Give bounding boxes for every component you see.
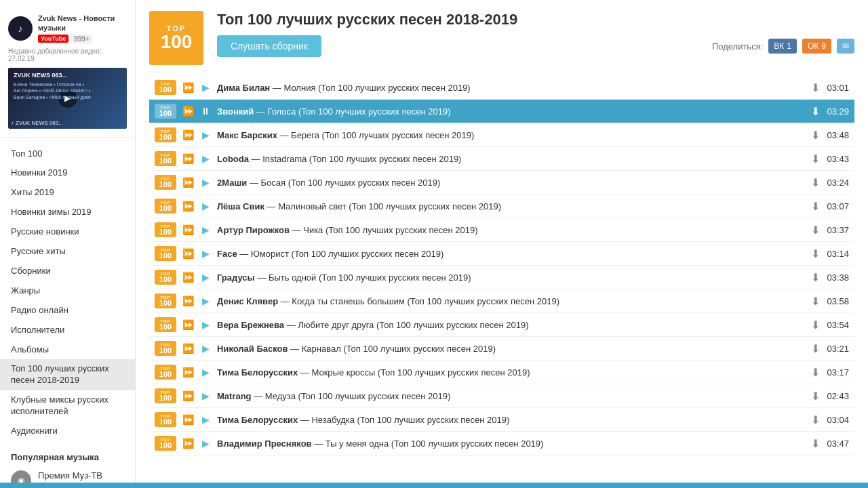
track-skip-icon[interactable]: ⏩ bbox=[182, 152, 194, 165]
track-skip-icon[interactable]: ⏩ bbox=[182, 413, 194, 426]
track-skip-icon[interactable]: ⏩ bbox=[182, 81, 194, 94]
track-skip-icon[interactable]: ⏩ bbox=[182, 176, 194, 188]
track-skip-icon[interactable]: ⏩ bbox=[182, 105, 194, 117]
download-icon[interactable]: ⬇ bbox=[811, 152, 820, 165]
track-play-icon[interactable]: ▶ bbox=[199, 152, 212, 165]
track-skip-icon[interactable]: ⏩ bbox=[182, 366, 194, 378]
track-skip-icon[interactable]: ⏩ bbox=[182, 224, 194, 236]
track-play-icon[interactable]: ▶ bbox=[199, 129, 212, 141]
track-play-icon[interactable]: ▶ bbox=[199, 342, 212, 354]
sidebar-item-albums[interactable]: Альбомы bbox=[0, 340, 135, 360]
track-play-icon[interactable]: ▶ bbox=[199, 319, 212, 331]
track-skip-icon[interactable]: ⏩ bbox=[182, 129, 194, 141]
track-play-icon[interactable]: ▶ bbox=[199, 366, 212, 378]
track-row[interactable]: TOP 100 ⏩ ⏸ Звонкий — Голоса (Топ 100 лу… bbox=[149, 100, 854, 123]
track-row[interactable]: TOP 100 ⏩ ▶ Дима Билан — Молния (Топ 100… bbox=[149, 76, 854, 100]
download-icon[interactable]: ⬇ bbox=[811, 295, 820, 308]
track-play-icon[interactable]: ▶ bbox=[199, 176, 212, 188]
track-row[interactable]: TOP 100 ⏩ ▶ Face — Юморист (Топ 100 лучш… bbox=[149, 242, 854, 266]
sidebar-item-artists[interactable]: Исполнители bbox=[0, 321, 135, 340]
download-icon[interactable]: ⬇ bbox=[811, 224, 820, 237]
download-icon[interactable]: ⬇ bbox=[811, 390, 820, 403]
track-row[interactable]: TOP 100 ⏩ ▶ 2Маши — Босая (Топ 100 лучши… bbox=[149, 171, 854, 195]
subscriber-count: 999+ bbox=[71, 35, 92, 43]
track-title: Вера Брежнева — Любите друг друга (Топ 1… bbox=[217, 320, 806, 330]
track-row[interactable]: TOP 100 ⏩ ▶ Лёша Свик — Малиновый свет (… bbox=[149, 195, 854, 218]
track-play-icon[interactable]: ▶ bbox=[199, 224, 212, 236]
download-icon[interactable]: ⬇ bbox=[811, 129, 820, 142]
track-duration: 03:48 bbox=[825, 130, 849, 140]
download-icon[interactable]: ⬇ bbox=[811, 271, 820, 284]
download-icon[interactable]: ⬇ bbox=[811, 366, 820, 379]
download-icon[interactable]: ⬇ bbox=[811, 81, 820, 94]
sidebar-item-top100[interactable]: Топ 100 bbox=[0, 144, 135, 164]
track-skip-icon[interactable]: ⏩ bbox=[182, 271, 194, 283]
track-title: Звонкий — Голоса (Топ 100 лучших русских… bbox=[217, 106, 806, 117]
track-skip-icon[interactable]: ⏩ bbox=[182, 200, 194, 212]
video-thumbnail[interactable]: ZVUK NEWS 063... Елена Темникова • Голос… bbox=[8, 68, 127, 129]
track-play-icon[interactable]: ▶ bbox=[199, 247, 212, 260]
track-duration: 03:58 bbox=[825, 296, 849, 306]
track-row[interactable]: TOP 100 ⏩ ▶ Артур Пирожков — Чика (Топ 1… bbox=[149, 218, 854, 242]
track-row[interactable]: TOP 100 ⏩ ▶ Денис Клявер — Когда ты стан… bbox=[149, 289, 854, 313]
track-badge: TOP 100 bbox=[155, 199, 176, 214]
download-icon[interactable]: ⬇ bbox=[811, 437, 820, 450]
track-row[interactable]: TOP 100 ⏩ ▶ Тима Белорусских — Мокрые кр… bbox=[149, 361, 854, 384]
page-title: Топ 100 лучших русских песен 2018-2019 bbox=[217, 11, 854, 28]
track-duration: 03:38 bbox=[825, 272, 849, 283]
track-title: Тима Белорусских — Мокрые кроссы (Топ 10… bbox=[217, 367, 806, 378]
track-row[interactable]: TOP 100 ⏩ ▶ Владимир Пресняков — Ты у ме… bbox=[149, 432, 854, 455]
track-skip-icon[interactable]: ⏩ bbox=[182, 437, 194, 449]
share-email-button[interactable]: ✉ bbox=[837, 39, 854, 54]
sidebar-item-russian-new[interactable]: Русские новинки bbox=[0, 222, 135, 242]
sidebar-item-hits2019[interactable]: Хиты 2019 bbox=[0, 183, 135, 203]
download-icon[interactable]: ⬇ bbox=[811, 200, 820, 213]
track-row[interactable]: TOP 100 ⏩ ▶ Николай Басков — Карнавал (Т… bbox=[149, 337, 854, 361]
download-icon[interactable]: ⬇ bbox=[811, 342, 820, 355]
track-play-icon[interactable]: ▶ bbox=[199, 200, 212, 212]
sidebar-item-new2019[interactable]: Новинки 2019 bbox=[0, 163, 135, 183]
track-skip-icon[interactable]: ⏩ bbox=[182, 295, 194, 307]
track-play-icon[interactable]: ▶ bbox=[199, 295, 212, 307]
track-row[interactable]: TOP 100 ⏩ ▶ Loboda — Instadrama (Топ 100… bbox=[149, 147, 854, 171]
track-skip-icon[interactable]: ⏩ bbox=[182, 342, 194, 354]
track-badge: TOP 100 bbox=[155, 104, 176, 119]
sidebar-item-russian-hits[interactable]: Русские хиты bbox=[0, 242, 135, 262]
sidebar-item-winter2019[interactable]: Новинки зимы 2019 bbox=[0, 203, 135, 222]
track-play-icon[interactable]: ▶ bbox=[199, 81, 212, 94]
download-icon[interactable]: ⬇ bbox=[811, 413, 820, 426]
sidebar-item-compilations[interactable]: Сборники bbox=[0, 262, 135, 281]
sidebar-item-audiobooks[interactable]: Аудиокниги bbox=[0, 422, 135, 441]
download-icon[interactable]: ⬇ bbox=[811, 176, 820, 189]
track-play-icon[interactable]: ⏸ bbox=[199, 105, 212, 117]
channel-avatar: ♪ bbox=[8, 16, 33, 41]
track-play-icon[interactable]: ▶ bbox=[199, 271, 212, 283]
track-row[interactable]: TOP 100 ⏩ ▶ Вера Брежнева — Любите друг … bbox=[149, 313, 854, 337]
track-row[interactable]: TOP 100 ⏩ ▶ Градусы — Быть одной (Топ 10… bbox=[149, 266, 854, 289]
vk-count: 1 bbox=[787, 41, 791, 51]
download-icon[interactable]: ⬇ bbox=[811, 247, 820, 260]
sidebar: ♪ Zvuk News - Новости музыки YouTube 999… bbox=[0, 0, 136, 488]
track-play-icon[interactable]: ▶ bbox=[199, 413, 212, 426]
track-skip-icon[interactable]: ⏩ bbox=[182, 247, 194, 260]
track-play-icon[interactable]: ▶ bbox=[199, 390, 212, 402]
share-vk-button[interactable]: ВК 1 bbox=[768, 39, 797, 54]
track-skip-icon[interactable]: ⏩ bbox=[182, 390, 194, 402]
sidebar-item-club-mixes[interactable]: Клубные миксы русских исполнителей bbox=[0, 390, 135, 422]
share-ok-button[interactable]: ОК 9 bbox=[802, 39, 831, 54]
track-duration: 03:14 bbox=[825, 249, 849, 259]
download-icon[interactable]: ⬇ bbox=[811, 319, 820, 331]
track-artist: Артур Пирожков bbox=[217, 225, 290, 235]
sidebar-item-radio[interactable]: Радио онлайн bbox=[0, 301, 135, 321]
listen-button[interactable]: Слушать сборник bbox=[217, 35, 321, 57]
channel-name: Zvuk News - Новости музыки bbox=[38, 14, 127, 33]
download-icon[interactable]: ⬇ bbox=[811, 105, 820, 118]
track-play-icon[interactable]: ▶ bbox=[199, 437, 212, 449]
track-row[interactable]: TOP 100 ⏩ ▶ Тима Белорусских — Незабудка… bbox=[149, 408, 854, 432]
sidebar-item-genres[interactable]: Жанры bbox=[0, 281, 135, 301]
popular-music-title: Популярная музыка bbox=[0, 444, 135, 466]
track-skip-icon[interactable]: ⏩ bbox=[182, 319, 194, 331]
sidebar-item-top100-russian[interactable]: Топ 100 лучших русских песен 2018-2019 bbox=[0, 359, 135, 390]
track-row[interactable]: TOP 100 ⏩ ▶ Макс Барских — Берега (Топ 1… bbox=[149, 123, 854, 147]
track-row[interactable]: TOP 100 ⏩ ▶ Matrang — Медуза (Топ 100 лу… bbox=[149, 384, 854, 408]
